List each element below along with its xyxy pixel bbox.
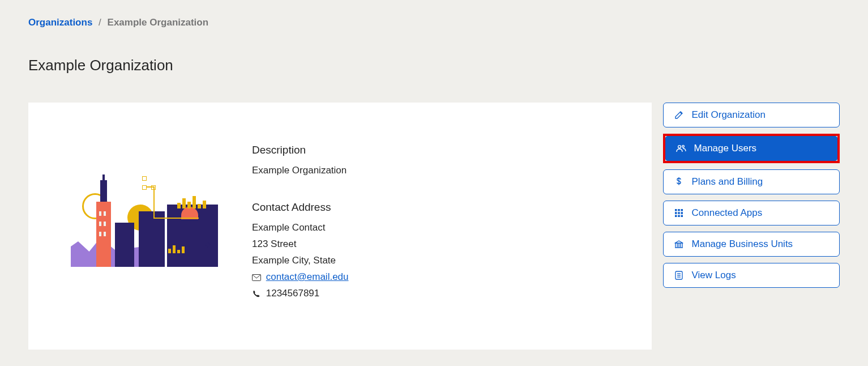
contact-phone: 1234567891 xyxy=(266,288,320,299)
plans-billing-label: Plans and Billing xyxy=(692,176,763,188)
organization-info: Description Example Organization Contact… xyxy=(252,137,349,321)
breadcrumb-separator: / xyxy=(99,17,101,28)
breadcrumb: Organizations / Example Organization xyxy=(28,17,840,28)
actions-panel: Edit Organization Manage Users Plans and… xyxy=(663,103,840,288)
manage-business-units-label: Manage Business Units xyxy=(692,239,793,250)
contact-street: 123 Street xyxy=(252,236,349,253)
organization-illustration xyxy=(71,171,218,267)
manage-business-units-button[interactable]: Manage Business Units xyxy=(663,232,840,257)
manage-users-highlight: Manage Users xyxy=(663,134,840,163)
svg-point-1 xyxy=(678,146,681,148)
svg-rect-6 xyxy=(675,212,677,214)
svg-rect-7 xyxy=(678,212,680,214)
contact-email-link[interactable]: contact@email.edu xyxy=(266,271,349,282)
view-logs-label: View Logs xyxy=(692,270,736,281)
view-logs-button[interactable]: View Logs xyxy=(663,263,840,288)
pencil-icon xyxy=(674,110,684,120)
svg-rect-9 xyxy=(675,215,677,218)
svg-rect-5 xyxy=(681,209,683,211)
svg-point-2 xyxy=(682,145,684,147)
phone-icon xyxy=(252,290,262,298)
users-icon xyxy=(676,143,686,154)
svg-rect-4 xyxy=(678,209,680,211)
manage-users-label: Manage Users xyxy=(694,143,757,154)
breadcrumb-current: Example Organization xyxy=(108,17,209,28)
svg-rect-8 xyxy=(681,212,683,214)
manage-users-button[interactable]: Manage Users xyxy=(665,136,837,161)
contact-name: Example Contact xyxy=(252,220,349,236)
bank-icon xyxy=(674,239,684,249)
svg-rect-10 xyxy=(678,215,680,218)
contact-city-state: Example City, State xyxy=(252,253,349,269)
dollar-icon xyxy=(674,177,684,187)
organization-card: Description Example Organization Contact… xyxy=(28,103,652,350)
page-title: Example Organization xyxy=(28,57,840,74)
connected-apps-label: Connected Apps xyxy=(692,207,763,219)
description-value: Example Organization xyxy=(252,163,349,179)
description-label: Description xyxy=(252,141,349,159)
edit-organization-label: Edit Organization xyxy=(692,109,766,121)
breadcrumb-parent-link[interactable]: Organizations xyxy=(28,17,92,28)
grid-icon xyxy=(674,208,684,218)
plans-billing-button[interactable]: Plans and Billing xyxy=(663,169,840,194)
svg-rect-11 xyxy=(681,215,683,218)
edit-organization-button[interactable]: Edit Organization xyxy=(663,103,840,127)
email-icon xyxy=(252,274,262,281)
contact-label: Contact Address xyxy=(252,198,349,216)
connected-apps-button[interactable]: Connected Apps xyxy=(663,201,840,225)
list-icon xyxy=(674,270,684,280)
svg-rect-3 xyxy=(675,209,677,211)
